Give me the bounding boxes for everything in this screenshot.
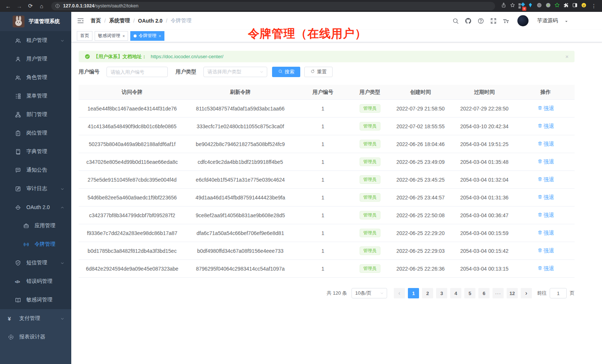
bookmark-star-button[interactable] [509,3,516,9]
sidebar-menu-item[interactable]: 租户管理 [0,31,71,50]
cell-access-token: b0d1785bc3a8482f812db4a3f3bd15ec [79,248,186,254]
force-logout-button[interactable]: 强退 [537,176,554,183]
cell-user-id: 1 [295,266,351,272]
next-page-button[interactable]: › [521,288,532,298]
force-logout-button[interactable]: 强退 [537,123,554,130]
chevron-down-icon [60,186,65,191]
search-button[interactable]: 搜索 [272,67,300,77]
browser-profile-avatar[interactable] [580,3,587,9]
navbar-tool-button[interactable] [452,17,459,24]
tab-close-icon[interactable]: × [158,34,161,38]
doc-link[interactable]: https://doc.iocoder.cn/user-center/ [151,54,223,59]
sidebar-menu-item[interactable]: OAuth 2.0 [0,198,71,216]
chevron-down-icon [60,38,65,43]
navbar-tool-button[interactable] [490,17,497,24]
sidebar-item-label: 报表设计器 [19,334,45,340]
refresh-icon [310,69,315,75]
sidebar-menu-item[interactable]: 短信管理 [0,254,71,272]
breadcrumb-item[interactable]: 系统管理 [109,17,130,24]
cell-created-at: 2022-07-29 21:58:50 [389,106,452,112]
prev-page-button[interactable]: ‹ [394,288,405,298]
force-logout-button[interactable]: 强退 [537,141,554,148]
alert-close-icon[interactable]: × [565,53,569,60]
sidebar-menu-item[interactable]: 敏感词管理 [0,291,71,309]
force-logout-button[interactable]: 强退 [537,265,554,272]
extension-star-icon[interactable] [554,3,560,9]
cell-actions: 强退 [517,159,575,165]
token-table: 访问令牌 刷新令牌 用户编号 用户类型 创建时间 过期时间 操作 [79,85,575,278]
user-type-select[interactable]: 请选择用户类型 [203,67,267,77]
sidebar-item-label: 短信管理 [26,259,47,266]
force-logout-button[interactable]: 强退 [537,159,554,165]
sidebar-menu-item[interactable]: 岗位管理 [0,124,71,142]
cell-user-id: 1 [295,195,351,201]
browser-home-button[interactable]: ⌂ [37,1,46,10]
page-number-button[interactable]: 6 [478,288,490,298]
user-id-input[interactable] [107,67,168,77]
breadcrumb-item[interactable]: 首页 [91,17,101,24]
share-button[interactable] [500,3,507,9]
user-menu-caret-icon[interactable] [564,19,569,23]
page-number-button[interactable]: 3 [436,288,447,298]
address-bar[interactable]: 127.0.0.1:1024/system/oauth2/token [51,2,495,10]
column-header: 用户类型 [351,89,389,96]
sidebar-menu-item[interactable]: 报表设计器 [0,328,71,346]
breadcrumb-item[interactable]: OAuth 2.0 [138,18,163,24]
sidebar-collapse-button[interactable] [76,17,85,25]
browser-reload-button[interactable]: ⟳ [26,1,35,10]
extensions-puzzle-button[interactable] [563,3,569,9]
navbar-tool-button[interactable] [477,17,484,24]
sidebar-menu-item[interactable]: </> 错误码管理 [0,272,71,291]
page-number-button[interactable]: 2 [422,288,433,298]
cell-created-at: 2022-06-25 23:44:57 [389,195,452,201]
user-name[interactable]: 芋道源码 [537,17,558,24]
navbar-tool-button[interactable] [503,17,510,24]
sidebar-menu-item[interactable]: 应用管理 [0,216,71,235]
cell-user-type: 管理员 [351,211,389,219]
goto-page-input[interactable] [550,288,567,298]
cell-user-type: 管理员 [351,193,389,202]
tab-close-icon[interactable]: × [122,34,125,38]
page-tab[interactable]: 首页 [77,31,92,41]
sidebar-menu-item[interactable]: 角色管理 [0,68,71,87]
side-panel-button[interactable] [572,3,578,9]
page-number-button[interactable]: ··· [493,288,504,298]
sidebar-menu-item[interactable]: 审计日志 [0,179,71,198]
page-number-button[interactable]: 1 [408,288,419,298]
extension-grid-icon[interactable]: 9 [518,3,525,9]
breadcrumb-item[interactable]: 令牌管理 [171,17,192,24]
user-avatar[interactable] [517,15,529,26]
extension-gem-icon[interactable] [527,3,534,9]
page-number-button[interactable]: 5 [464,288,475,298]
extension-dial-icon[interactable] [536,3,543,9]
sidebar-menu-item[interactable]: 菜单管理 [0,87,71,105]
browser-back-button[interactable]: ← [4,1,13,10]
browser-forward-button[interactable]: → [15,1,24,10]
sidebar-logo[interactable]: 芋道管理系统 [0,12,71,31]
sidebar-menu-item[interactable]: ¥ 支付管理 [0,309,71,328]
sidebar-menu-item[interactable]: 部门管理 [0,105,71,124]
sidebar-menu-item[interactable]: 令牌管理 [0,235,71,254]
page-number-button[interactable]: 12 [507,288,518,298]
force-logout-button[interactable]: 强退 [537,230,554,236]
force-logout-button[interactable]: 强退 [537,248,554,254]
force-logout-button[interactable]: 强退 [537,194,554,201]
sidebar-menu-item[interactable]: 字典管理 [0,142,71,161]
reset-button[interactable]: 重置 [304,67,333,77]
navbar-tool-button[interactable] [465,17,472,24]
force-logout-button[interactable]: 强退 [537,105,554,112]
force-logout-button[interactable]: 强退 [537,212,554,219]
info-icon[interactable] [55,3,60,9]
star-icon [510,2,516,10]
cell-user-type: 管理员 [351,104,389,113]
trash-icon [537,230,543,236]
page-size-select[interactable]: 10条/页 [351,288,387,298]
page-number-button[interactable]: 4 [450,288,461,298]
cell-actions: 强退 [517,176,575,183]
page-tab[interactable]: 敏感词管理 × [95,31,128,41]
sidebar-menu-item[interactable]: 用户管理 [0,50,71,68]
sidebar-menu-item[interactable]: 通知公告 [0,161,71,179]
browser-menu-button[interactable]: ⋮ [589,1,598,10]
extension-record-icon[interactable] [545,3,552,9]
page-tab[interactable]: 令牌管理 × [130,31,164,41]
